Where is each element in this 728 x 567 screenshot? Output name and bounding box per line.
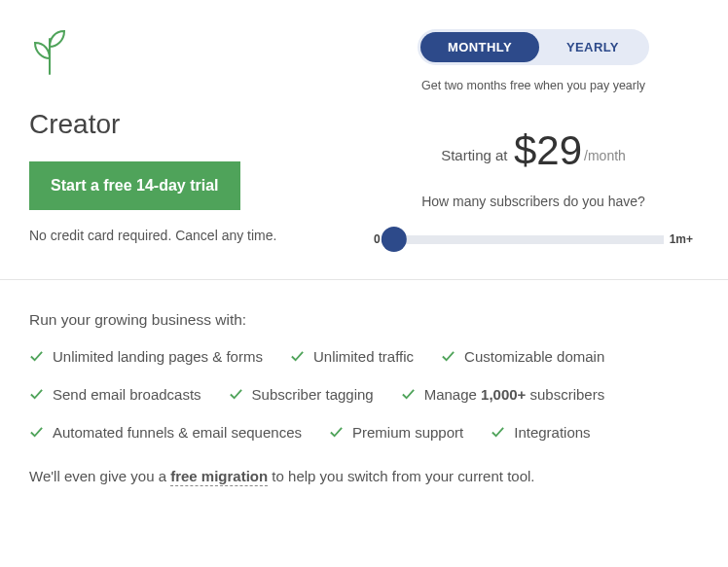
feature-item: Send email broadcasts [29,386,201,403]
feature-item: Manage 1,000+ subscribers [401,386,605,403]
start-trial-button[interactable]: Start a free 14-day trial [29,161,240,210]
features-lead: Run your growing business with: [29,311,699,329]
feature-item: Premium support [329,424,463,441]
plan-title: Creator [29,109,368,140]
migration-line: We'll even give you a free migration to … [29,468,699,484]
starting-at-label: Starting at [441,147,507,163]
price-line: Starting at $29/month [368,127,699,174]
feature-item: Unlimited landing pages & forms [29,348,263,365]
slider-max-label: 1m+ [664,232,699,246]
price-period: /month [584,148,626,163]
subscriber-slider[interactable] [386,235,664,244]
price-amount: $29 [514,127,582,173]
slider-thumb[interactable] [381,227,406,252]
feature-item: Automated funnels & email sequences [29,424,302,441]
billing-monthly[interactable]: MONTHLY [420,32,539,62]
free-migration-link[interactable]: free migration [170,468,268,486]
check-icon [329,425,344,440]
feature-item: Integrations [491,424,590,441]
subscriber-question: How many subscribers do you have? [368,194,699,209]
feature-item: Unlimited traffic [290,348,414,365]
check-icon [290,349,305,364]
feature-list: Unlimited landing pages & forms Unlimite… [29,348,699,441]
check-icon [491,425,505,440]
trial-note: No credit card required. Cancel any time… [29,228,368,243]
check-icon [229,387,243,402]
check-icon [29,387,44,402]
billing-caption: Get two months free when you pay yearly [368,79,699,92]
check-icon [441,349,455,364]
plant-icon [29,29,368,80]
billing-yearly[interactable]: YEARLY [539,32,646,62]
billing-toggle: MONTHLY YEARLY [418,29,649,65]
check-icon [29,349,44,364]
feature-item: Customizable domain [441,348,604,365]
check-icon [29,425,44,440]
check-icon [401,387,416,402]
feature-item: Subscriber tagging [229,386,374,403]
